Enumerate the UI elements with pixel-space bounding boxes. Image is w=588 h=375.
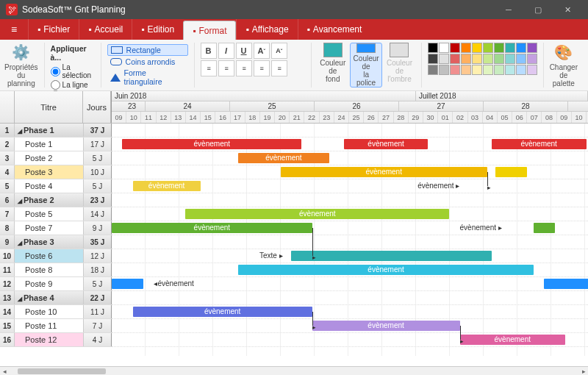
palette-color-8[interactable] <box>516 43 526 53</box>
minimize-button[interactable]: ─ <box>494 0 523 19</box>
palette-color-4[interactable] <box>472 43 482 53</box>
shape-0[interactable]: Rectangle <box>107 44 188 56</box>
align-3[interactable]: ≡ <box>254 60 270 76</box>
apply-option-1[interactable]: La ligne <box>51 80 95 90</box>
shape-1[interactable]: Coins arrondis <box>107 57 188 67</box>
gantt-bar[interactable] <box>291 251 492 261</box>
palette-color-2[interactable] <box>450 43 460 53</box>
horizontal-scrollbar[interactable]: ◂ ▸ <box>0 366 588 375</box>
task-row[interactable]: 16Poste 124 J <box>0 333 112 347</box>
menu-format[interactable]: ▪Format <box>183 21 236 40</box>
gantt-bar[interactable]: évènement <box>460 335 566 345</box>
fmt-i-1[interactable]: I <box>218 43 234 59</box>
gantt-bar[interactable]: évènement <box>312 321 460 331</box>
task-row[interactable]: 15Poste 117 J <box>0 319 112 333</box>
fmt-a-3[interactable]: Aˇ <box>254 43 270 59</box>
fmt-b-0[interactable]: B <box>201 43 217 59</box>
gantt-bar[interactable] <box>534 223 555 233</box>
task-row[interactable]: 5Poste 45 J <box>0 179 112 193</box>
palette-color-10[interactable] <box>428 54 438 64</box>
palette-color-18[interactable] <box>516 54 526 64</box>
palette-color-19[interactable] <box>527 54 537 64</box>
gantt-chart[interactable]: évènementévènementévènementévènementévèn… <box>112 124 588 356</box>
scroll-right-icon[interactable]: ▸ <box>579 368 588 375</box>
close-button[interactable]: ✕ <box>553 0 582 19</box>
palette-color-17[interactable] <box>505 54 515 64</box>
menu-avancement[interactable]: ▪Avancement <box>298 19 371 40</box>
task-row[interactable]: 8Poste 79 J <box>0 221 112 235</box>
align-1[interactable]: ≡ <box>218 60 234 76</box>
palette-color-15[interactable] <box>483 54 493 64</box>
task-row[interactable]: 11Poste 818 J <box>0 263 112 277</box>
align-4[interactable]: ≡ <box>271 60 287 76</box>
gantt-bar[interactable]: évènement <box>238 265 534 275</box>
gantt-bar[interactable]: évènement <box>133 181 201 191</box>
gantt-bar[interactable]: évènement <box>281 167 487 177</box>
gantt-bar[interactable] <box>112 279 143 289</box>
task-row[interactable]: 7Poste 514 J <box>0 207 112 221</box>
fmt-u-2[interactable]: U <box>236 43 252 59</box>
palette-color-14[interactable] <box>472 54 482 64</box>
task-row[interactable]: 6◢Phase 223 J <box>0 193 112 207</box>
task-row[interactable]: 9◢Phase 335 J <box>0 235 112 249</box>
palette-color-27[interactable] <box>505 65 515 75</box>
days-header[interactable]: Jours <box>83 91 111 123</box>
gantt-bar[interactable]: évènement <box>344 139 429 149</box>
gantt-bar[interactable]: évènement <box>238 153 329 163</box>
task-list[interactable]: 1◢Phase 137 J2Poste 117 J3Poste 25 J4Pos… <box>0 124 112 356</box>
palette-color-1[interactable] <box>439 43 449 53</box>
palette-color-22[interactable] <box>450 65 460 75</box>
change-palette-group[interactable]: 🎨 Changer depalette <box>550 43 584 88</box>
palette-color-23[interactable] <box>461 65 471 75</box>
palette-color-24[interactable] <box>472 65 482 75</box>
color-col-0[interactable]: Couleur defond <box>318 43 348 88</box>
gantt-bar[interactable]: évènement <box>133 307 312 317</box>
gantt-bar[interactable]: évènement <box>122 139 301 149</box>
task-row[interactable]: 14Poste 1011 J <box>0 305 112 319</box>
hamburger-button[interactable]: ≡ <box>0 19 28 40</box>
palette-color-9[interactable] <box>527 43 537 53</box>
align-2[interactable]: ≡ <box>236 60 252 76</box>
palette-color-29[interactable] <box>527 65 537 75</box>
task-row[interactable]: 3Poste 25 J <box>0 151 112 165</box>
palette-color-7[interactable] <box>505 43 515 53</box>
menu-accueil[interactable]: ▪Accueil <box>79 19 132 40</box>
maximize-button[interactable]: ▢ <box>523 0 553 19</box>
gantt-bar[interactable]: évènement <box>492 139 587 149</box>
title-header[interactable]: Titre <box>15 91 83 123</box>
palette-color-11[interactable] <box>439 54 449 64</box>
scroll-left-icon[interactable]: ◂ <box>0 368 9 375</box>
palette-color-6[interactable] <box>494 43 504 53</box>
palette-color-21[interactable] <box>439 65 449 75</box>
palette-color-5[interactable] <box>483 43 493 53</box>
palette-color-0[interactable] <box>428 43 438 53</box>
fmt-a-4[interactable]: Aˇ <box>271 43 287 59</box>
properties-group[interactable]: ⚙️ Propriétésdu planning <box>4 43 45 88</box>
palette-color-28[interactable] <box>516 65 526 75</box>
scroll-thumb[interactable] <box>18 368 106 374</box>
gantt-bar[interactable]: évènement <box>112 223 312 233</box>
menu-edition[interactable]: ▪Edition <box>132 19 183 40</box>
shape-2[interactable]: Forme triangulaire <box>107 68 188 87</box>
palette-color-26[interactable] <box>494 65 504 75</box>
palette-color-12[interactable] <box>450 54 460 64</box>
palette-color-25[interactable] <box>483 65 493 75</box>
task-row[interactable]: 1◢Phase 137 J <box>0 124 112 138</box>
palette-color-16[interactable] <box>494 54 504 64</box>
task-row[interactable]: 10Poste 612 J <box>0 249 112 263</box>
align-0[interactable]: ≡ <box>201 60 217 76</box>
task-row[interactable]: 4Poste 310 J <box>0 165 112 179</box>
palette-color-3[interactable] <box>461 43 471 53</box>
menu-affichage[interactable]: ▪Affichage <box>236 19 297 40</box>
apply-option-0[interactable]: La sélection <box>51 63 95 79</box>
task-row[interactable]: 2Poste 117 J <box>0 138 112 151</box>
gantt-bar[interactable] <box>544 279 588 289</box>
gantt-bar[interactable]: évènement <box>185 209 449 219</box>
gantt-bar[interactable] <box>495 167 527 177</box>
menu-fichier[interactable]: ▪Fichier <box>28 19 79 40</box>
color-col-1[interactable]: Couleur dela police <box>350 43 382 88</box>
task-row[interactable]: 12Poste 95 J <box>0 277 112 291</box>
task-row[interactable]: 13◢Phase 422 J <box>0 291 112 305</box>
palette-color-13[interactable] <box>461 54 471 64</box>
palette-color-20[interactable] <box>428 65 438 75</box>
